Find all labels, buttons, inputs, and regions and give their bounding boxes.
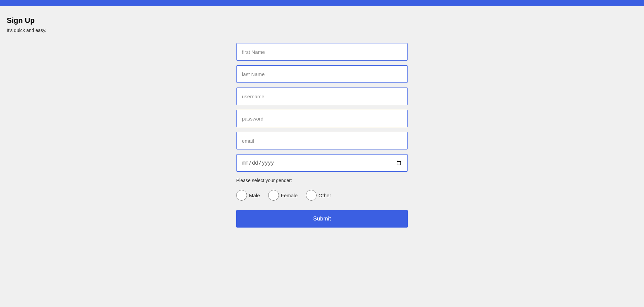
gender-options: Male Female Other	[236, 190, 408, 201]
submit-button[interactable]: Submit	[236, 210, 408, 228]
gender-option-male: Male	[236, 190, 265, 201]
gender-label-male[interactable]: Male	[249, 193, 260, 198]
gender-option-other: Other	[306, 190, 336, 201]
page-title: Sign Up	[7, 16, 637, 25]
first-name-input[interactable]	[236, 43, 408, 61]
page-subtitle: It's quick and easy.	[7, 28, 637, 33]
page-content: Sign Up It's quick and easy. Please sele…	[0, 6, 644, 238]
top-bar	[0, 0, 644, 6]
gender-option-female: Female	[268, 190, 302, 201]
gender-label: Please select your gender:	[236, 178, 408, 183]
username-input[interactable]	[236, 88, 408, 105]
gender-radio-other[interactable]	[306, 190, 317, 201]
gender-label-female[interactable]: Female	[281, 193, 298, 198]
password-input[interactable]	[236, 110, 408, 127]
signup-form: Please select your gender: Male Female O…	[236, 43, 408, 228]
last-name-input[interactable]	[236, 65, 408, 83]
gender-radio-female[interactable]	[268, 190, 279, 201]
date-input[interactable]	[236, 154, 408, 172]
gender-radio-male[interactable]	[236, 190, 247, 201]
email-input[interactable]	[236, 132, 408, 149]
gender-label-other[interactable]: Other	[319, 193, 331, 198]
